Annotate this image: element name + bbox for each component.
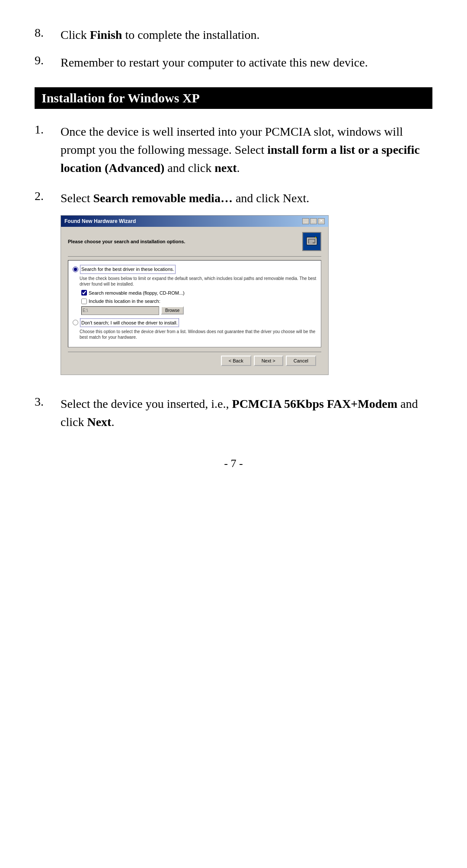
step-9: 9. Remember to restart your computer to … — [35, 54, 432, 72]
step-8-bold: Finish — [90, 28, 122, 41]
location-input[interactable] — [81, 306, 159, 315]
wizard-titlebar: Found New Hardware Wizard _ □ ✕ — [61, 216, 328, 227]
back-button[interactable]: < Back — [221, 356, 251, 366]
location-row: Browse — [81, 306, 317, 315]
next-button[interactable]: Next > — [254, 356, 283, 366]
xp-step-1-next-bold: next — [214, 161, 237, 175]
checkbox1-row[interactable]: Search removable media (floppy, CD-ROM..… — [81, 289, 317, 297]
wizard-footer: < Back Next > Cancel — [68, 352, 321, 369]
xp-step-3-number: 3. — [35, 395, 61, 409]
xp-step-1-content: Once the device is well inserted into yo… — [61, 123, 432, 177]
page-number: - 7 - — [35, 457, 432, 470]
step-8-text-after: to complete the installation. — [122, 28, 259, 41]
xp-step-3-bold1: PCMCIA 56Kbps FAX+Modem — [232, 397, 398, 410]
close-button[interactable]: ✕ — [318, 218, 325, 224]
checkbox2-label: Include this location in the search: — [89, 298, 160, 305]
checkbox2-input[interactable] — [81, 299, 87, 304]
radio2-description: Choose this option to select the device … — [80, 329, 317, 340]
xp-step-1: 1. Once the device is well inserted into… — [35, 123, 432, 177]
checkbox1-label: Search removable media (floppy, CD-ROM..… — [89, 289, 185, 297]
xp-step-2-content: Select Search removable media… and click… — [61, 189, 432, 383]
xp-step-2-number: 2. — [35, 189, 61, 203]
wizard-content: Search for the best driver in these loca… — [68, 260, 321, 347]
step-9-content: Remember to restart your computer to act… — [61, 54, 432, 72]
xp-step-1-bold: install form a list or a specific locati… — [61, 143, 420, 175]
section-header: Installation for Windows XP — [35, 87, 432, 109]
xp-step-2: 2. Select Search removable media… and cl… — [35, 189, 432, 383]
hardware-icon — [305, 235, 319, 248]
steps-top-list: 8. Click Finish to complete the installa… — [35, 26, 432, 72]
wizard-icon — [302, 232, 321, 251]
xp-step-3-bold2: Next — [87, 415, 111, 429]
radio2-label: Don't search; I will choose the driver t… — [80, 318, 179, 327]
xp-step-3-content: Select the device you inserted, i.e., PC… — [61, 395, 432, 431]
radio1-option[interactable]: Search for the best driver in these loca… — [73, 265, 317, 274]
radio1-label: Search for the best driver in these loca… — [80, 265, 176, 274]
wizard-divider — [68, 256, 321, 257]
checkbox1-input[interactable] — [81, 290, 87, 296]
wizard-body: Please choose your search and installati… — [61, 227, 328, 375]
step-8-content: Click Finish to complete the installatio… — [61, 26, 432, 44]
browse-button[interactable]: Browse — [161, 306, 184, 315]
xp-steps-list: 1. Once the device is well inserted into… — [35, 123, 432, 431]
wizard-header-section: Please choose your search and installati… — [68, 232, 321, 251]
wizard-header-text: Please choose your search and installati… — [68, 238, 185, 245]
step-8-number: 8. — [35, 26, 61, 40]
maximize-button[interactable]: □ — [310, 218, 317, 224]
xp-step-2-bold: Search removable media… — [93, 191, 232, 205]
radio1-description: Use the check boxes below to limit or ex… — [80, 276, 317, 287]
cancel-button[interactable]: Cancel — [286, 356, 316, 366]
minimize-button[interactable]: _ — [302, 218, 309, 224]
wizard-title: Found New Hardware Wizard — [64, 217, 136, 225]
xp-step-1-number: 1. — [35, 123, 61, 137]
radio2-input[interactable] — [73, 320, 78, 325]
step-9-number: 9. — [35, 54, 61, 67]
xp-step-3: 3. Select the device you inserted, i.e.,… — [35, 395, 432, 431]
wizard-screenshot: Found New Hardware Wizard _ □ ✕ Please c… — [61, 215, 329, 375]
wizard-titlebar-buttons: _ □ ✕ — [302, 218, 325, 224]
step-8: 8. Click Finish to complete the installa… — [35, 26, 432, 44]
radio2-option[interactable]: Don't search; I will choose the driver t… — [73, 318, 317, 327]
radio1-input[interactable] — [73, 267, 78, 272]
checkbox2-row[interactable]: Include this location in the search: — [81, 298, 317, 305]
